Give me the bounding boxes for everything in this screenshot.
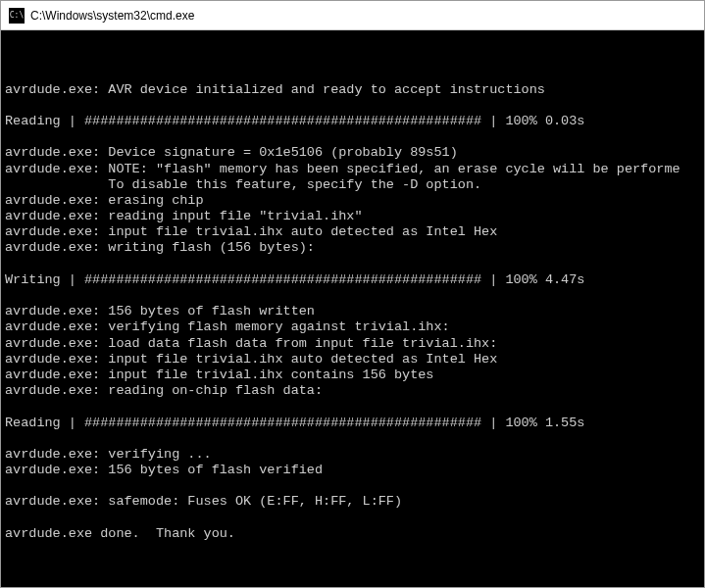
terminal-line — [5, 129, 700, 145]
terminal-line: avrdude.exe: load data flash data from i… — [5, 336, 700, 352]
window-title: C:\Windows\system32\cmd.exe — [30, 9, 194, 23]
terminal-line: avrdude.exe: reading on-chip flash data: — [5, 383, 700, 399]
terminal-line: avrdude.exe: writing flash (156 bytes): — [5, 240, 700, 256]
terminal-line — [5, 98, 700, 114]
terminal-line: Writing | ##############################… — [5, 272, 700, 288]
terminal-line — [5, 66, 700, 81]
terminal-line: To disable this feature, specify the -D … — [5, 177, 700, 193]
terminal-line: avrdude.exe: input file trivial.ihx cont… — [5, 368, 700, 383]
terminal-line: avrdude.exe: reading input file "trivial… — [5, 209, 700, 224]
terminal-line: avrdude.exe: verifying ... — [5, 447, 700, 463]
terminal-line: avrdude.exe: safemode: Fuses OK (E:FF, H… — [5, 494, 700, 510]
cmd-icon: C:\ — [9, 8, 25, 24]
terminal-line: Reading | ##############################… — [5, 114, 700, 129]
titlebar[interactable]: C:\ C:\Windows\system32\cmd.exe — [1, 1, 704, 30]
terminal-line — [5, 431, 700, 447]
terminal-line: avrdude.exe done. Thank you. — [5, 526, 700, 542]
terminal-line: avrdude.exe: 156 bytes of flash verified — [5, 463, 700, 478]
terminal-line: avrdude.exe: input file trivial.ihx auto… — [5, 224, 700, 240]
terminal-line: avrdude.exe: AVR device initialized and … — [5, 82, 700, 98]
terminal-line — [5, 511, 700, 526]
cmd-window: C:\ C:\Windows\system32\cmd.exe avrdude.… — [0, 0, 705, 588]
terminal-line — [5, 478, 700, 494]
terminal-line: avrdude.exe: verifying flash memory agai… — [5, 319, 700, 335]
terminal-output[interactable]: avrdude.exe: AVR device initialized and … — [1, 30, 704, 587]
terminal-line: avrdude.exe: input file trivial.ihx auto… — [5, 352, 700, 368]
terminal-line: avrdude.exe: erasing chip — [5, 193, 700, 209]
terminal-line: avrdude.exe: NOTE: "flash" memory has be… — [5, 162, 700, 177]
terminal-line — [5, 399, 700, 415]
terminal-line — [5, 257, 700, 272]
terminal-line — [5, 288, 700, 304]
terminal-line: avrdude.exe: Device signature = 0x1e5106… — [5, 145, 700, 161]
terminal-line: avrdude.exe: 156 bytes of flash written — [5, 304, 700, 319]
terminal-line: Reading | ##############################… — [5, 416, 700, 431]
